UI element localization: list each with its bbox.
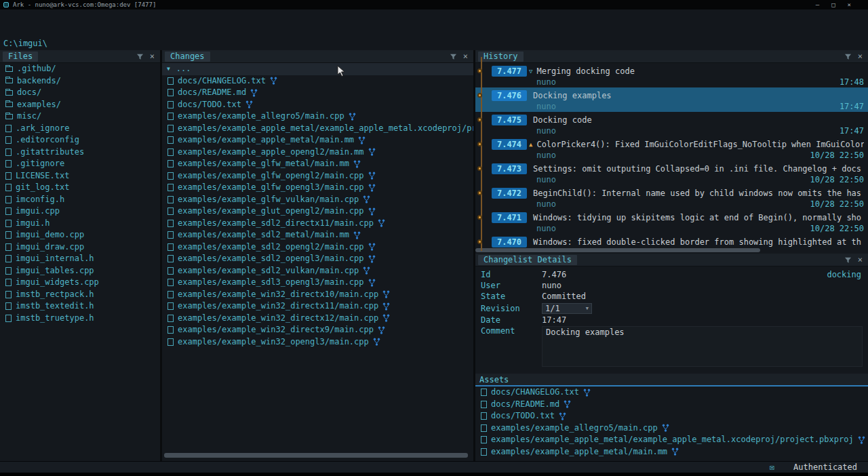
file-tree-item[interactable]: .gitignore [0, 158, 160, 170]
changed-file-row[interactable]: examples/example_glfw_opengl2/main.cpp [162, 170, 473, 182]
changed-file-row[interactable]: examples/example_sdl2_directx11/main.cpp [162, 218, 473, 230]
asset-row[interactable]: docs/CHANGELOG.txt [475, 386, 868, 399]
file-tree-item[interactable]: imgui_widgets.cpp [0, 277, 160, 289]
changed-file-row[interactable]: docs/CHANGELOG.txt [162, 75, 473, 87]
file-tree-item[interactable]: imstb_textedit.h [0, 300, 160, 313]
changed-file-row[interactable]: examples/example_apple_opengl2/main.mm [162, 146, 473, 159]
changed-file-row[interactable]: examples/example_apple_metal/main.mm [162, 134, 473, 146]
changed-file-row[interactable]: examples/example_allegro5/main.cpp [162, 111, 473, 123]
changed-file-row[interactable]: examples/example_sdl2_opengl2/main.cpp [162, 241, 473, 254]
changed-file-row[interactable]: examples/example_win32_directx12/main.cp… [162, 313, 473, 325]
file-tree-item[interactable]: git_log.txt [0, 182, 160, 194]
changed-file-row[interactable]: examples/example_win32_opengl3/main.cpp [162, 336, 473, 349]
document-icon [167, 338, 174, 346]
close-button[interactable]: × [848, 0, 851, 9]
asset-path: docs/TODO.txt [491, 411, 555, 420]
changed-file-row[interactable]: docs/README.md [162, 87, 473, 99]
changeset-row[interactable]: 7.472 BeginChild(): Internal name used b… [475, 185, 868, 210]
changed-file-row[interactable]: docs/TODO.txt [162, 99, 473, 111]
close-panel-icon[interactable]: × [463, 53, 468, 60]
maximize-button[interactable]: □ [831, 0, 835, 9]
close-panel-icon[interactable]: × [150, 53, 155, 60]
asset-row[interactable]: docs/TODO.txt [475, 410, 868, 422]
changeset-row[interactable]: 7.471 Windows: tidying up skipitems logi… [475, 210, 868, 234]
changed-file-row[interactable]: examples/example_sdl3_opengl3/main.cpp [162, 277, 473, 289]
changeset-badge[interactable]: 7.475 [492, 115, 527, 125]
changeset-row[interactable]: 7.473 Settings: omit outputing Collapsed… [475, 161, 868, 185]
horizontal-scrollbar[interactable] [475, 248, 760, 252]
file-tree-item[interactable]: imgui.cpp [0, 205, 160, 218]
workspace-path: C:\imgui\ [0, 38, 51, 49]
file-tree-item[interactable]: .ark_ignore [0, 123, 160, 135]
changeset-badge[interactable]: 7.474 [492, 139, 527, 150]
file-type-icon [5, 172, 12, 180]
minimize-button[interactable]: — [816, 0, 819, 9]
file-tree-item[interactable]: .github/ [0, 63, 160, 75]
branch-icon [368, 243, 376, 251]
changeset-badge[interactable]: 7.476 [492, 90, 527, 101]
filter-icon[interactable] [136, 53, 144, 60]
changed-file-row[interactable]: examples/example_glfw_opengl3/main.cpp [162, 182, 473, 194]
file-tree-item[interactable]: imstb_truetype.h [0, 313, 160, 325]
asset-row[interactable]: examples/example_apple_metal/main.mm [475, 446, 868, 458]
branch-icon [368, 184, 376, 192]
branch-icon [349, 113, 356, 121]
changes-root-row[interactable]: ▼... [162, 63, 473, 75]
asset-row[interactable]: docs/README.md [475, 399, 868, 411]
changelist-details-panel: Changelist Details × Id 7.476 docking Us… [475, 254, 868, 374]
close-panel-icon[interactable]: × [858, 53, 863, 60]
file-tree-item[interactable]: .editorconfig [0, 134, 160, 146]
changeset-badge[interactable]: 7.471 [492, 212, 527, 223]
filter-icon[interactable] [450, 53, 457, 60]
changed-file-row[interactable]: examples/example_sdl2_metal/main.mm [162, 229, 473, 241]
assets-list: docs/CHANGELOG.txt docs/README.md docs/T… [475, 386, 868, 458]
mail-icon[interactable]: ✉ [770, 462, 774, 472]
changeset-marker-icon: ▲ [529, 141, 532, 148]
revision-select[interactable]: 1/1 ▼ [542, 303, 592, 314]
file-tree-item[interactable]: LICENSE.txt [0, 170, 160, 182]
asset-row[interactable]: examples/example_apple_metal/example_app… [475, 434, 868, 446]
changed-file-row[interactable]: examples/example_win32_directx11/main.cp… [162, 300, 473, 313]
file-tree-item[interactable]: docs/ [0, 87, 160, 99]
changed-file-row[interactable]: examples/example_glut_opengl2/main.cpp [162, 205, 473, 218]
file-tree-item[interactable]: imgui_tables.cpp [0, 265, 160, 277]
changed-file-path: examples/example_apple_metal/main.mm [178, 135, 354, 144]
changed-file-row[interactable]: examples/example_apple_metal/example_app… [162, 123, 473, 135]
file-tree-item[interactable]: imconfig.h [0, 194, 160, 206]
file-name: git_log.txt [16, 182, 69, 192]
file-tree-item[interactable]: imgui_demo.cpp [0, 229, 160, 241]
comment-box[interactable]: Docking examples [542, 326, 863, 367]
filter-icon[interactable] [844, 256, 852, 264]
collapse-arrow-icon[interactable]: ▼ [167, 66, 170, 72]
file-tree-item[interactable]: imgui_draw.cpp [0, 241, 160, 254]
changeset-badge[interactable]: 7.477 [492, 66, 527, 77]
changeset-row[interactable]: 7.475 Docking code nuno 17:47 [475, 112, 868, 136]
filter-icon[interactable] [844, 53, 852, 60]
changed-file-row[interactable]: examples/example_win32_directx9/main.cpp [162, 324, 473, 336]
changeset-badge[interactable]: 7.470 [492, 237, 527, 247]
document-icon [167, 113, 174, 120]
file-tree-item[interactable]: backends/ [0, 75, 160, 87]
changed-file-path: examples/example_sdl2_vulkan/main.cpp [178, 266, 359, 275]
changed-file-row[interactable]: examples/example_win32_directx10/main.cp… [162, 289, 473, 301]
changeset-badge[interactable]: 7.472 [492, 188, 527, 199]
file-tree-item[interactable]: misc/ [0, 111, 160, 123]
file-tree-item[interactable]: imgui.h [0, 218, 160, 230]
file-tree-item[interactable]: imstb_rectpack.h [0, 289, 160, 301]
horizontal-scrollbar[interactable] [164, 453, 468, 458]
file-name: .github/ [17, 64, 56, 73]
file-tree-item[interactable]: .gitattributes [0, 146, 160, 159]
changeset-row[interactable]: 7.477 ▽ Merging docking code nuno 17:48 [475, 63, 868, 87]
close-panel-icon[interactable]: × [858, 256, 863, 264]
changed-file-row[interactable]: examples/example_sdl2_opengl3/main.cpp [162, 253, 473, 265]
changed-file-row[interactable]: examples/example_glfw_vulkan/main.cpp [162, 194, 473, 206]
file-tree-item[interactable]: imgui_internal.h [0, 253, 160, 265]
changeset-row[interactable]: 7.470 Windows: fixed double-clicked bord… [475, 234, 868, 250]
changed-file-row[interactable]: examples/example_glfw_metal/main.mm [162, 158, 473, 170]
changeset-row[interactable]: 7.474 ▲ ColorPicker4(): Fixed ImGuiColor… [475, 136, 868, 161]
changeset-row[interactable]: 7.476 Docking examples nuno 17:47 [475, 87, 868, 112]
file-tree-item[interactable]: examples/ [0, 99, 160, 111]
asset-row[interactable]: examples/example_allegro5/main.cpp [475, 422, 868, 435]
changeset-badge[interactable]: 7.473 [492, 163, 527, 174]
changed-file-row[interactable]: examples/example_sdl2_vulkan/main.cpp [162, 265, 473, 277]
